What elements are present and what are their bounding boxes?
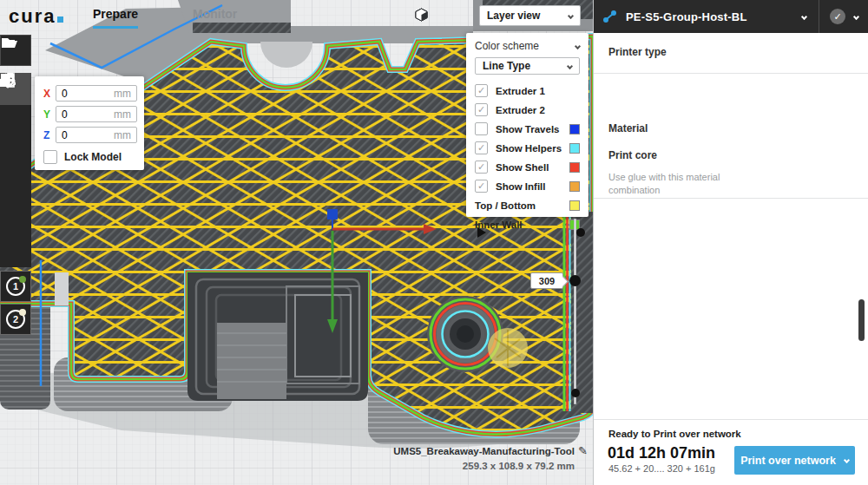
legend-inner-wall: Inner Wall [475, 216, 580, 233]
scale-tool-button[interactable] [0, 105, 31, 137]
extruder-2-material-dot [19, 309, 26, 316]
pocket-cavity [187, 272, 368, 401]
per-model-settings-button[interactable] [0, 201, 31, 233]
tool-column [0, 73, 31, 267]
mirror-tool-button[interactable] [0, 169, 31, 201]
logo-dot [57, 16, 63, 23]
chevron-down-icon[interactable] [853, 13, 859, 19]
nozzle-shadow-blob [488, 328, 528, 368]
cura-logo: cura [9, 5, 63, 28]
open-folder-icon [1, 36, 18, 49]
open-file-button[interactable] [0, 35, 31, 66]
lock-model-label: Lock Model [64, 151, 122, 163]
legend-top-bottom: Top / Bottom [475, 197, 580, 213]
color-scheme-title: Color scheme [475, 40, 539, 52]
support-blocker-icon [0, 73, 15, 88]
z-axis-label: Z [43, 129, 56, 141]
printer-status-check-icon[interactable]: ✓ [830, 9, 845, 24]
toggle-show-infill[interactable]: ✓Show Infill [475, 178, 580, 194]
z-position-input[interactable]: 0mm [56, 127, 137, 143]
model-dimensions: 259.3 x 108.9 x 79.2 mm [347, 461, 575, 471]
toggle-extruder-2[interactable]: ✓Extruder 2 [475, 102, 580, 118]
material-label: Material [608, 122, 648, 134]
chevron-down-icon[interactable] [575, 43, 581, 49]
print-time-estimate: 01d 12h 07min [608, 444, 715, 462]
circular-hole [427, 296, 503, 372]
x-position-input[interactable]: 0mm [56, 85, 137, 102]
network-printer-icon [602, 8, 619, 25]
settings-sidebar: PE-S5-Group-Host-BL ✓ Printer type Ultim… [593, 0, 868, 485]
viewport-3d[interactable]: cura Prepare Monitor Layer view [0, 0, 593, 485]
printer-selection-header[interactable]: PE-S5-Group-Host-BL ✓ [594, 0, 868, 33]
chevron-down-icon [844, 457, 850, 463]
job-status-text: Ready to Print over network [608, 429, 741, 439]
layer-slider-top-handle[interactable] [576, 228, 585, 237]
travels-color-swatch [569, 124, 580, 134]
x-axis-label: X [43, 88, 56, 100]
position-panel: X 0mm Y 0mm Z 0mm Lock Model [35, 76, 144, 170]
toggle-show-shell[interactable]: ✓Show Shell [475, 159, 580, 175]
rotate-tool-button[interactable] [0, 137, 31, 169]
toggle-show-travels[interactable]: Show Travels [475, 121, 580, 137]
layer-slider-handle[interactable] [569, 275, 581, 286]
toggle-extruder-1[interactable]: ✓Extruder 1 [475, 82, 580, 99]
settings-scrollbar[interactable] [858, 299, 865, 341]
layer-slider-track[interactable] [574, 219, 576, 404]
top-bottom-color-swatch [569, 200, 580, 211]
layer-slider-bottom-handle[interactable] [571, 389, 580, 397]
y-position-input[interactable]: 0mm [56, 106, 137, 122]
printer-type-label: Printer type [608, 46, 667, 58]
view-right-icon[interactable] [415, 8, 428, 22]
color-scheme-select[interactable]: Line Type [475, 57, 580, 75]
tab-monitor[interactable]: Monitor [193, 7, 237, 21]
shell-color-swatch [569, 162, 580, 173]
material-usage-estimate: 45.62 + 20.... 320 + 161g [608, 463, 715, 474]
printer-group-name: PE-S5-Group-Host-BL [626, 10, 747, 23]
model-filename: UMS5_Breakaway-Manufacturing-Tool [347, 446, 575, 456]
rename-model-icon[interactable]: ✎ [578, 444, 588, 457]
extruder-1-material-dot [19, 276, 26, 283]
tab-prepare[interactable]: Prepare [93, 7, 138, 29]
print-core-label: Print core [608, 149, 657, 161]
chevron-down-icon [568, 12, 574, 18]
view-mode-select[interactable]: Layer view [479, 5, 581, 26]
chevron-down-icon[interactable] [801, 13, 807, 19]
color-scheme-panel: Color scheme Line Type ✓Extruder 1 ✓Extr… [466, 33, 589, 217]
lock-model-checkbox[interactable] [43, 150, 57, 164]
print-over-network-button[interactable]: Print over network [734, 446, 855, 475]
chevron-down-icon [567, 62, 573, 69]
infill-color-swatch [569, 181, 580, 192]
cura-window: cura Prepare Monitor Layer view [0, 0, 868, 485]
y-axis-label: Y [43, 108, 56, 121]
extruder-1-select-button[interactable]: 1 [0, 271, 31, 302]
glue-note: Use glue with this materialcombination [608, 171, 739, 197]
extruder-2-select-button[interactable]: 2 [0, 304, 31, 335]
layer-number-tooltip: 309 [530, 272, 563, 289]
toggle-show-helpers[interactable]: ✓Show Helpers [475, 140, 580, 156]
support-blocker-button[interactable] [0, 233, 31, 265]
helpers-color-swatch [569, 143, 580, 154]
